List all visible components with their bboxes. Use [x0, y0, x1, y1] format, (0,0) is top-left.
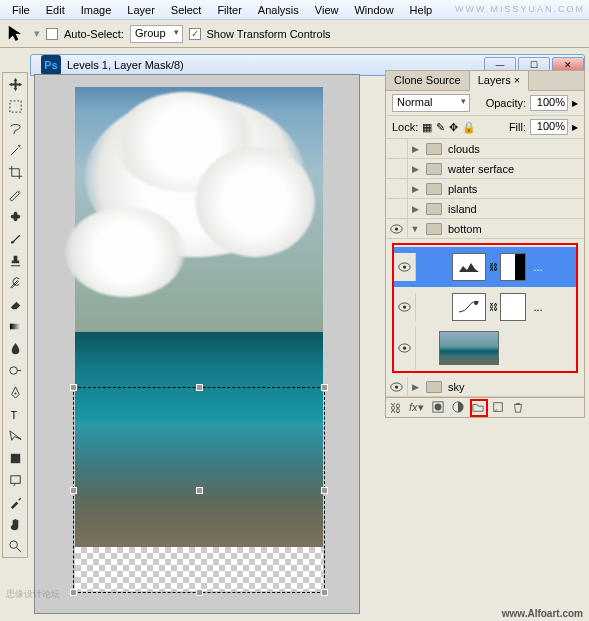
dodge-tool-icon[interactable]	[3, 359, 27, 381]
blend-mode-dropdown[interactable]: Normal	[392, 94, 470, 112]
crop-tool-icon[interactable]	[3, 161, 27, 183]
photoshop-logo-icon: Ps	[41, 55, 61, 75]
layer-list: ▶clouds ▶water serface ▶plants ▶island ▼…	[386, 139, 584, 397]
new-layer-icon[interactable]	[492, 401, 504, 415]
gradient-tool-icon[interactable]	[3, 315, 27, 337]
menu-view[interactable]: View	[307, 2, 347, 18]
marquee-tool-icon[interactable]	[3, 95, 27, 117]
canvas-area[interactable]	[34, 74, 360, 614]
link-layers-icon[interactable]: ⛓	[390, 402, 401, 414]
folder-icon	[426, 381, 442, 393]
shape-tool-icon[interactable]	[3, 447, 27, 469]
slice-tool-icon[interactable]	[3, 183, 27, 205]
lock-pixels-icon[interactable]: ✎	[436, 121, 445, 134]
layer-mask-thumb[interactable]	[500, 293, 526, 321]
move-tool-icon[interactable]	[3, 73, 27, 95]
layer-row-island[interactable]: ▶island	[386, 199, 584, 219]
watermark-bottom: 思缘设计论坛	[6, 588, 60, 601]
zoom-tool-icon[interactable]	[3, 535, 27, 557]
stamp-tool-icon[interactable]	[3, 249, 27, 271]
folder-icon	[426, 203, 442, 215]
lock-label: Lock:	[392, 121, 418, 133]
svg-point-18	[403, 346, 406, 349]
layer-row-curves[interactable]: ⛓ ...	[394, 287, 576, 327]
show-transform-checkbox[interactable]	[189, 28, 201, 40]
fill-label: Fill:	[509, 121, 526, 133]
hand-tool-icon[interactable]	[3, 513, 27, 535]
link-icon: ⛓	[489, 262, 497, 272]
wand-tool-icon[interactable]	[3, 139, 27, 161]
menu-layer[interactable]: Layer	[119, 2, 163, 18]
layer-style-icon[interactable]: fx▾	[409, 401, 424, 414]
menu-file[interactable]: File	[4, 2, 38, 18]
tab-clone-source[interactable]: Clone Source	[386, 71, 470, 90]
menu-analysis[interactable]: Analysis	[250, 2, 307, 18]
heal-tool-icon[interactable]	[3, 205, 27, 227]
footer-site: www.Alfoart.com	[502, 608, 583, 619]
menu-window[interactable]: Window	[346, 2, 401, 18]
menu-filter[interactable]: Filter	[209, 2, 249, 18]
auto-select-dropdown[interactable]: Group	[130, 25, 183, 43]
folder-icon	[426, 223, 442, 235]
panels: Clone Source Layers × Normal Opacity: 10…	[385, 70, 585, 418]
layer-thumbnail[interactable]	[439, 331, 499, 365]
svg-rect-3	[9, 323, 20, 329]
svg-rect-24	[493, 402, 502, 411]
tab-layers[interactable]: Layers ×	[470, 71, 530, 91]
lasso-tool-icon[interactable]	[3, 117, 27, 139]
layer-row-plants[interactable]: ▶plants	[386, 179, 584, 199]
svg-point-4	[9, 366, 17, 374]
layer-row-levels[interactable]: ⛓ ...	[394, 247, 576, 287]
eraser-tool-icon[interactable]	[3, 293, 27, 315]
layer-row-sky[interactable]: ▶sky	[386, 377, 584, 397]
fill-flyout-icon[interactable]: ▶	[572, 123, 578, 132]
lock-position-icon[interactable]: ✥	[449, 121, 458, 134]
auto-select-checkbox[interactable]	[46, 28, 58, 40]
add-mask-icon[interactable]	[432, 401, 444, 415]
lock-all-icon[interactable]: 🔒	[462, 121, 476, 134]
opacity-input[interactable]: 100%	[530, 95, 568, 111]
lock-transparency-icon[interactable]: ▦	[422, 121, 432, 134]
layer-mask-thumb[interactable]	[500, 253, 526, 281]
eyedropper-tool-icon[interactable]	[3, 491, 27, 513]
history-brush-tool-icon[interactable]	[3, 271, 27, 293]
layers-panel: Clone Source Layers × Normal Opacity: 10…	[385, 70, 585, 418]
link-icon: ⛓	[489, 302, 497, 312]
document-canvas[interactable]	[75, 87, 323, 591]
menu-edit[interactable]: Edit	[38, 2, 73, 18]
brush-tool-icon[interactable]	[3, 227, 27, 249]
delete-layer-icon[interactable]	[512, 401, 524, 415]
type-tool-icon[interactable]: T	[3, 403, 27, 425]
opacity-label: Opacity:	[486, 97, 526, 109]
pen-tool-icon[interactable]	[3, 381, 27, 403]
svg-rect-2	[13, 211, 17, 220]
path-tool-icon[interactable]	[3, 425, 27, 447]
document-title: Levels 1, Layer Mask/8)	[67, 59, 184, 71]
svg-text:T: T	[10, 410, 17, 421]
menu-image[interactable]: Image	[73, 2, 120, 18]
layer-row-image[interactable]	[394, 327, 576, 369]
layer-row-clouds[interactable]: ▶clouds	[386, 139, 584, 159]
folder-icon	[426, 163, 442, 175]
layer-row-bottom[interactable]: ▼bottom	[386, 219, 584, 239]
svg-point-22	[434, 403, 441, 410]
options-bar: ▾ Auto-Select: Group Show Transform Cont…	[0, 20, 589, 48]
menu-help[interactable]: Help	[402, 2, 441, 18]
folder-icon	[426, 183, 442, 195]
highlight-adjustment-button	[470, 399, 488, 417]
opacity-flyout-icon[interactable]: ▶	[572, 99, 578, 108]
transform-bounds[interactable]	[73, 387, 325, 593]
watermark-top: WWW.MISSYUAN.COM	[455, 4, 585, 14]
blur-tool-icon[interactable]	[3, 337, 27, 359]
levels-adjustment-icon	[452, 253, 486, 281]
new-adjustment-icon[interactable]	[452, 401, 464, 415]
svg-point-9	[9, 540, 17, 548]
fill-input[interactable]: 100%	[530, 119, 568, 135]
menu-select[interactable]: Select	[163, 2, 210, 18]
move-tool-indicator-icon	[6, 23, 28, 45]
sky-region	[75, 87, 323, 332]
svg-point-5	[14, 392, 16, 394]
notes-tool-icon[interactable]	[3, 469, 27, 491]
svg-rect-8	[10, 475, 19, 483]
layer-row-water-surface[interactable]: ▶water serface	[386, 159, 584, 179]
